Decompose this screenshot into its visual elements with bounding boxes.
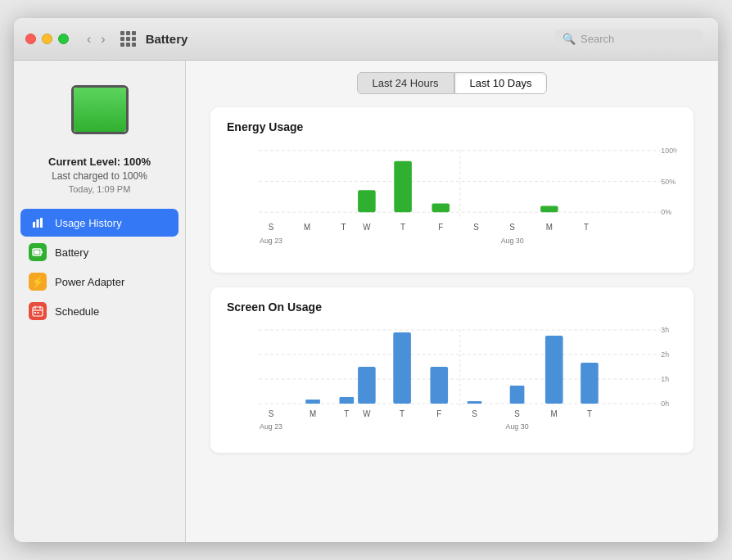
battery-level-label: Current Level: 100%	[48, 156, 151, 168]
usage-history-label: Usage History	[55, 217, 122, 229]
svg-text:M: M	[304, 222, 310, 231]
svg-text:Aug 23: Aug 23	[260, 422, 282, 431]
svg-text:M: M	[310, 409, 316, 418]
svg-text:0h: 0h	[661, 400, 669, 408]
energy-chart-section: Energy Usage 100% 50% 0%	[210, 107, 694, 273]
battery-icon-container	[63, 77, 137, 142]
svg-text:2h: 2h	[661, 350, 669, 359]
svg-text:Aug 30: Aug 30	[501, 236, 524, 244]
screen-chart-svg: 3h 2h 1h 0h	[227, 322, 677, 436]
svg-rect-6	[33, 307, 43, 316]
svg-rect-0	[33, 222, 35, 228]
screen-bar-w	[358, 367, 376, 404]
svg-rect-2	[40, 218, 43, 228]
maximize-button[interactable]	[58, 34, 69, 44]
svg-text:S: S	[509, 222, 515, 231]
svg-text:3h: 3h	[661, 326, 669, 334]
titlebar: ‹ › Battery 🔍	[14, 18, 718, 61]
content-area: Current Level: 100% Last charged to 100%…	[14, 61, 718, 542]
svg-text:0%: 0%	[661, 208, 671, 216]
back-button[interactable]: ‹	[84, 30, 94, 48]
svg-rect-4	[34, 251, 40, 255]
svg-rect-11	[38, 312, 39, 314]
screen-bar-f	[430, 367, 448, 404]
screen-chart-title: Screen On Usage	[227, 300, 677, 314]
main-window: ‹ › Battery 🔍	[14, 18, 718, 542]
svg-text:Aug 30: Aug 30	[506, 422, 529, 431]
battery-fill	[74, 88, 126, 132]
charts-area: Energy Usage 100% 50% 0%	[186, 102, 718, 542]
sidebar-item-battery[interactable]: Battery	[20, 238, 178, 266]
svg-text:T: T	[344, 409, 349, 418]
search-bar[interactable]: 🔍	[554, 29, 703, 48]
tab-bar: Last 24 Hours Last 10 Days	[186, 61, 718, 102]
battery-time-label: Today, 1:09 PM	[48, 184, 151, 194]
svg-text:S: S	[269, 409, 274, 418]
window-title: Battery	[146, 32, 554, 46]
svg-text:M: M	[546, 222, 553, 231]
svg-text:S: S	[473, 222, 479, 231]
screen-bar-m2	[545, 336, 563, 404]
screen-bar-t	[340, 397, 355, 404]
power-adapter-icon: ⚡	[29, 273, 47, 291]
schedule-label: Schedule	[55, 305, 99, 318]
energy-bar-f	[432, 203, 450, 212]
svg-rect-10	[34, 312, 36, 314]
sidebar-nav: Usage History Battery ⚡ Power Adapter	[14, 209, 185, 325]
sidebar-item-schedule[interactable]: Schedule	[20, 297, 178, 325]
svg-text:T: T	[400, 409, 404, 418]
search-input[interactable]	[581, 33, 695, 45]
usage-history-icon	[29, 214, 47, 232]
battery-nav-icon	[29, 243, 47, 261]
svg-text:F: F	[438, 222, 443, 231]
svg-text:M: M	[551, 409, 558, 418]
apps-grid-icon[interactable]	[120, 31, 136, 47]
minimize-button[interactable]	[42, 34, 52, 44]
svg-text:1h: 1h	[661, 375, 669, 383]
svg-rect-5	[41, 251, 43, 254]
forward-button[interactable]: ›	[97, 30, 108, 48]
svg-text:W: W	[363, 409, 371, 418]
svg-text:F: F	[436, 409, 441, 418]
energy-chart-svg: 100% 50% 0%	[227, 142, 677, 256]
energy-bar-m2	[540, 206, 558, 213]
svg-text:S: S	[269, 222, 274, 231]
energy-bar-w	[358, 190, 376, 212]
energy-chart-title: Energy Usage	[227, 120, 677, 133]
screen-chart-wrapper: 3h 2h 1h 0h	[227, 322, 677, 436]
svg-text:T: T	[584, 222, 590, 231]
svg-text:50%: 50%	[661, 177, 676, 185]
sidebar-item-usage-history[interactable]: Usage History	[20, 209, 178, 237]
screen-bar-m	[305, 400, 320, 404]
sidebar: Current Level: 100% Last charged to 100%…	[14, 61, 186, 542]
close-button[interactable]	[25, 34, 36, 44]
svg-text:T: T	[587, 409, 592, 418]
svg-text:T: T	[400, 222, 406, 231]
schedule-icon	[29, 302, 47, 320]
battery-charged-label: Last charged to 100%	[48, 170, 151, 182]
main-content: Last 24 Hours Last 10 Days Energy Usage	[186, 61, 718, 542]
svg-text:W: W	[363, 222, 371, 231]
tab-last24hours[interactable]: Last 24 Hours	[357, 72, 454, 94]
power-adapter-label: Power Adapter	[55, 276, 124, 288]
search-icon: 🔍	[563, 33, 576, 45]
battery-nav-label: Battery	[55, 246, 88, 259]
svg-text:S: S	[514, 409, 520, 418]
nav-buttons: ‹ ›	[84, 30, 109, 48]
battery-visual	[71, 85, 129, 134]
svg-text:Aug 23: Aug 23	[260, 236, 282, 244]
tab-last10days[interactable]: Last 10 Days	[454, 72, 548, 94]
screen-bar-t2	[393, 332, 411, 404]
screen-bar-s2	[510, 386, 525, 404]
svg-text:100%: 100%	[661, 147, 677, 155]
screen-bar-s	[468, 401, 482, 404]
svg-rect-1	[37, 219, 39, 228]
svg-text:T: T	[341, 222, 346, 231]
energy-chart-wrapper: 100% 50% 0%	[227, 142, 677, 256]
screen-bar-t3	[581, 363, 599, 404]
sidebar-item-power-adapter[interactable]: ⚡ Power Adapter	[20, 268, 178, 296]
traffic-lights	[25, 34, 69, 44]
svg-text:S: S	[472, 409, 477, 418]
battery-info: Current Level: 100% Last charged to 100%…	[48, 156, 151, 194]
energy-bar-t	[394, 161, 412, 212]
